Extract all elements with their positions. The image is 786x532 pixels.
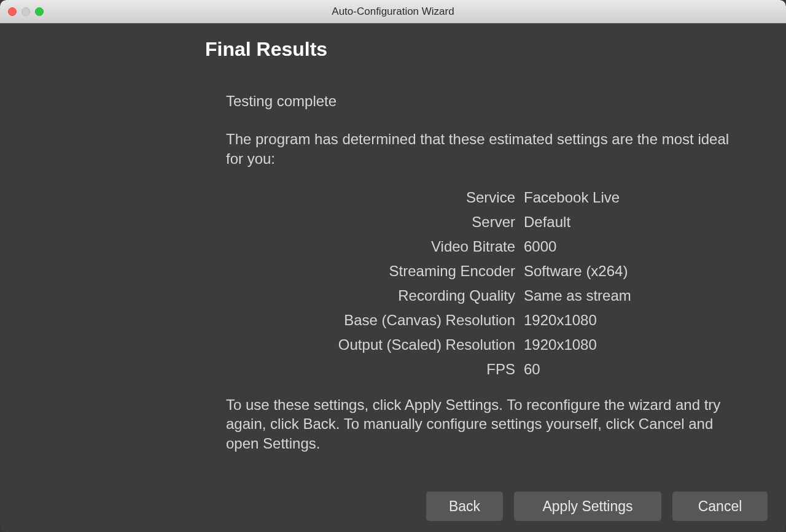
settings-row-recording-quality: Recording Quality Same as stream <box>226 287 743 304</box>
settings-row-output-resolution: Output (Scaled) Resolution 1920x1080 <box>226 336 743 353</box>
settings-value: Software (x264) <box>524 263 743 280</box>
cancel-button[interactable]: Cancel <box>672 492 768 521</box>
body-content: Testing complete The program has determi… <box>0 61 786 453</box>
settings-value: Default <box>524 214 743 231</box>
settings-row-base-resolution: Base (Canvas) Resolution 1920x1080 <box>226 312 743 329</box>
settings-label: Recording Quality <box>226 287 524 304</box>
settings-label: Video Bitrate <box>226 238 524 255</box>
wizard-content: Final Results Testing complete The progr… <box>0 23 786 532</box>
settings-table: Service Facebook Live Server Default Vid… <box>226 189 743 378</box>
intro-text: The program has determined that these es… <box>226 129 743 169</box>
apply-settings-button[interactable]: Apply Settings <box>514 492 661 521</box>
traffic-lights <box>0 7 44 16</box>
maximize-window-icon[interactable] <box>35 7 44 16</box>
window-title: Auto-Configuration Wizard <box>332 6 454 18</box>
page-title: Final Results <box>0 23 786 61</box>
minimize-window-icon <box>21 7 30 16</box>
button-bar: Back Apply Settings Cancel <box>426 492 768 521</box>
settings-label: Base (Canvas) Resolution <box>226 312 524 329</box>
settings-row-video-bitrate: Video Bitrate 6000 <box>226 238 743 255</box>
settings-value: 60 <box>524 361 743 378</box>
settings-value: 6000 <box>524 238 743 255</box>
settings-label: Server <box>226 214 524 231</box>
settings-value: 1920x1080 <box>524 312 743 329</box>
settings-value: Same as stream <box>524 287 743 304</box>
settings-label: Streaming Encoder <box>226 263 524 280</box>
close-window-icon[interactable] <box>8 7 17 16</box>
settings-value: Facebook Live <box>524 189 743 206</box>
settings-label: Service <box>226 189 524 206</box>
settings-value: 1920x1080 <box>524 336 743 353</box>
settings-row-server: Server Default <box>226 214 743 231</box>
settings-row-streaming-encoder: Streaming Encoder Software (x264) <box>226 263 743 280</box>
settings-row-fps: FPS 60 <box>226 361 743 378</box>
titlebar: Auto-Configuration Wizard <box>0 0 786 23</box>
settings-label: Output (Scaled) Resolution <box>226 336 524 353</box>
status-heading: Testing complete <box>226 93 743 110</box>
settings-row-service: Service Facebook Live <box>226 189 743 206</box>
settings-label: FPS <box>226 361 524 378</box>
back-button[interactable]: Back <box>426 492 503 521</box>
outro-text: To use these settings, click Apply Setti… <box>226 395 743 453</box>
